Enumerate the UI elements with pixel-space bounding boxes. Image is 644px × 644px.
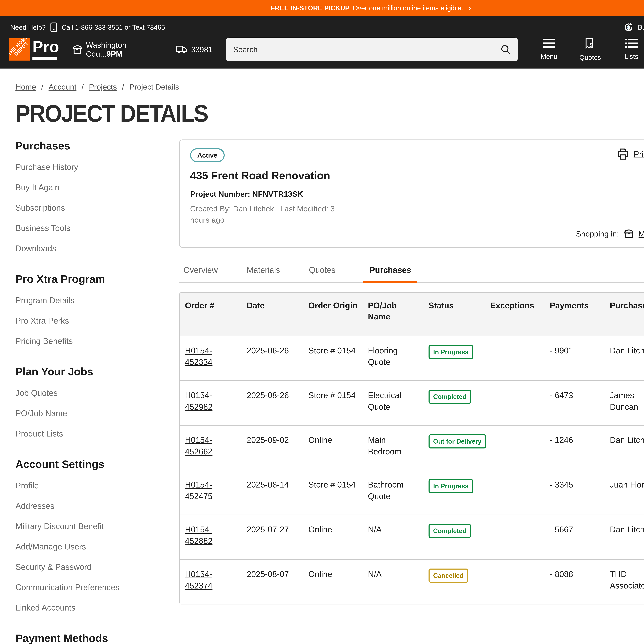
printer-icon	[617, 148, 629, 160]
phone-icon	[50, 22, 57, 32]
sidebar-section-pro-xtra: Pro Xtra Program	[15, 273, 164, 285]
status-badge: Completed	[429, 524, 471, 538]
order-link[interactable]: H0154-452475	[185, 480, 213, 501]
order-link[interactable]: H0154-452982	[185, 391, 213, 412]
status-badge: Completed	[429, 390, 471, 404]
shopping-in-label: Shopping in:	[576, 229, 619, 238]
sidebar-item-communication-preferences[interactable]: Communication Preferences	[15, 583, 164, 592]
order-payments: - 8088	[545, 560, 605, 604]
table-row: H0154-452882 2025-07-27 Online N/A Compl…	[180, 515, 644, 560]
svg-text:$: $	[627, 24, 630, 31]
table-header-row: Order # Date Order Origin PO/Job Name St…	[180, 293, 644, 336]
sidebar-item-po-job-name[interactable]: PO/Job Name	[15, 409, 164, 418]
chevron-right-icon: ›	[468, 4, 471, 12]
col-status: Status	[423, 293, 485, 336]
sidebar-item-security-password[interactable]: Security & Password	[15, 562, 164, 572]
order-purchaser: Dan Litchek	[605, 425, 644, 470]
tab-purchases[interactable]: Purchases	[363, 261, 417, 283]
store-selector[interactable]: Washington Cou...9PM	[73, 41, 163, 58]
store-icon	[624, 229, 634, 239]
print-button[interactable]: Print	[617, 148, 644, 160]
table-row: H0154-452662 2025-09-02 Online Main Bedr…	[180, 425, 644, 470]
order-po-name: Electrical Quote	[363, 381, 423, 425]
utility-bar: Need Help? Call 1-866-333-3551 or Text 7…	[9, 16, 644, 35]
home-depot-pro-logo[interactable]: THE HOME DEPOT Pro	[9, 38, 59, 61]
order-link[interactable]: H0154-452662	[185, 435, 213, 456]
shopping-in-row: Shopping in: Midtown 30032	[576, 229, 644, 239]
shopping-store-link[interactable]: Midtown	[639, 229, 644, 238]
order-link[interactable]: H0154-452334	[185, 346, 213, 367]
sidebar-item-downloads[interactable]: Downloads	[15, 244, 164, 253]
status-badge: Out for Delivery	[429, 434, 486, 448]
header-main-row: THE HOME DEPOT Pro Washington Cou...9PM …	[9, 38, 644, 61]
order-link[interactable]: H0154-452882	[185, 525, 213, 546]
breadcrumb-projects[interactable]: Projects	[89, 82, 117, 91]
promo-banner[interactable]: FREE IN-STORE PICKUP Over one million on…	[0, 0, 644, 16]
sidebar-item-purchase-history[interactable]: Purchase History	[15, 162, 164, 172]
buy-it-again-button[interactable]: $ Buy it Again	[623, 22, 644, 32]
breadcrumb-home[interactable]: Home	[15, 82, 36, 91]
order-po-name: Bathroom Quote	[363, 470, 423, 515]
quotes-icon: $	[584, 38, 596, 50]
breadcrumb-current: Project Details	[129, 82, 179, 91]
search-icon[interactable]	[501, 44, 511, 55]
quotes-button[interactable]: $ Quotes	[579, 38, 601, 61]
delivery-zip-selector[interactable]: 33981	[176, 45, 213, 54]
sidebar-item-profile[interactable]: Profile	[15, 481, 164, 490]
project-created-info: Created By: Dan Litchek | Last Modified:…	[190, 203, 351, 226]
order-po-name: N/A	[363, 560, 423, 604]
order-po-name: Flooring Quote	[363, 336, 423, 381]
account-sidebar: Purchases Purchase History Buy It Again …	[15, 139, 179, 644]
col-date: Date	[241, 293, 303, 336]
sidebar-item-business-tools[interactable]: Business Tools	[15, 223, 164, 233]
site-header: Need Help? Call 1-866-333-3551 or Text 7…	[0, 16, 644, 69]
table-row: H0154-452374 2025-08-07 Online N/A Cance…	[180, 560, 644, 604]
sidebar-item-job-quotes[interactable]: Job Quotes	[15, 388, 164, 398]
need-help-area[interactable]: Need Help? Call 1-866-333-3551 or Text 7…	[10, 22, 165, 32]
lists-button[interactable]: Lists	[621, 38, 642, 60]
order-po-name: Main Bedroom	[363, 425, 423, 470]
sidebar-item-linked-accounts[interactable]: Linked Accounts	[15, 603, 164, 612]
search-input[interactable]	[233, 45, 501, 54]
project-number: Project Number: NFNVTR13SK	[190, 190, 644, 198]
lists-icon	[625, 38, 638, 49]
breadcrumb-account[interactable]: Account	[49, 82, 77, 91]
order-date: 2025-08-14	[241, 470, 303, 515]
store-name-label: Washington Cou...9PM	[86, 41, 163, 58]
project-tabs: Overview Materials Quotes Purchases	[179, 261, 644, 283]
menu-icon	[543, 38, 555, 49]
order-payments: - 3345	[545, 470, 605, 515]
page-title: PROJECT DETAILS	[15, 100, 644, 127]
sidebar-item-product-lists[interactable]: Product Lists	[15, 429, 164, 438]
tab-quotes[interactable]: Quotes	[308, 261, 336, 282]
utility-actions: $ Buy it Again Quick Add	[623, 22, 644, 32]
order-payments: - 6473	[545, 381, 605, 425]
need-help-label: Need Help?	[10, 23, 46, 31]
tab-overview[interactable]: Overview	[182, 261, 219, 282]
sidebar-item-military-discount[interactable]: Military Discount Benefit	[15, 522, 164, 531]
status-badge: In Progress	[429, 479, 473, 493]
order-date: 2025-08-26	[241, 381, 303, 425]
order-po-name: N/A	[363, 515, 423, 560]
status-badge: In Progress	[429, 345, 473, 359]
sidebar-item-pro-xtra-perks[interactable]: Pro Xtra Perks	[15, 316, 164, 325]
sidebar-item-addresses[interactable]: Addresses	[15, 501, 164, 511]
sidebar-section-account-settings: Account Settings	[15, 458, 164, 471]
order-origin: Online	[303, 560, 363, 604]
project-name: 435 Frent Road Renovation	[190, 169, 644, 182]
home-depot-logo-icon: THE HOME DEPOT	[9, 38, 30, 61]
sidebar-item-add-manage-users[interactable]: Add/Manage Users	[15, 542, 164, 551]
sidebar-section-purchases: Purchases	[15, 139, 164, 152]
order-payments: - 5667	[545, 515, 605, 560]
sidebar-item-program-details[interactable]: Program Details	[15, 296, 164, 305]
tab-materials[interactable]: Materials	[246, 261, 281, 282]
sidebar-item-subscriptions[interactable]: Subscriptions	[15, 203, 164, 213]
order-exceptions	[485, 560, 545, 604]
menu-button[interactable]: Menu	[539, 38, 559, 60]
sidebar-item-buy-it-again[interactable]: Buy It Again	[15, 183, 164, 192]
project-status-badge: Active	[190, 148, 225, 162]
sidebar-item-pricing-benefits[interactable]: Pricing Benefits	[15, 336, 164, 346]
promo-banner-text: Over one million online items eligible.	[353, 4, 463, 12]
order-link[interactable]: H0154-452374	[185, 570, 213, 590]
col-po: PO/Job Name	[363, 293, 423, 336]
